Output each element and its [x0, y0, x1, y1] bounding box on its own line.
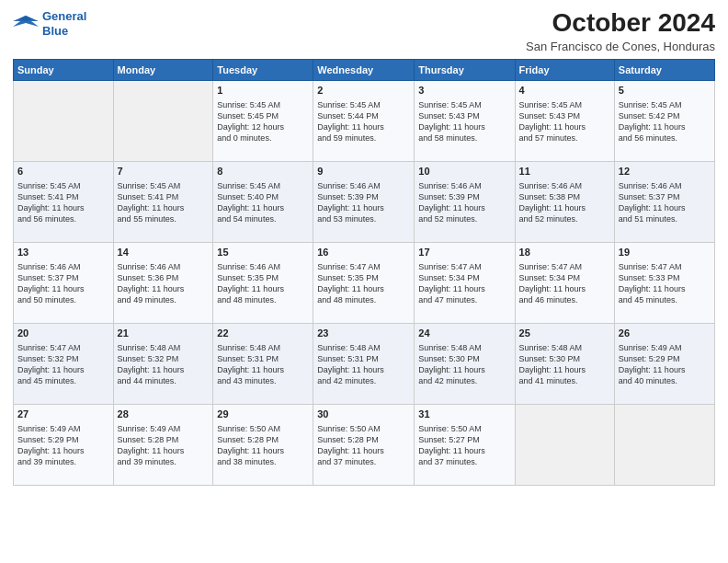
day-info: and 52 minutes. — [418, 213, 510, 224]
day-info: Daylight: 11 hours — [418, 364, 510, 375]
calendar-cell: 5Sunrise: 5:45 AMSunset: 5:42 PMDaylight… — [614, 80, 714, 161]
calendar-cell: 19Sunrise: 5:47 AMSunset: 5:33 PMDayligh… — [614, 242, 714, 323]
calendar-cell: 4Sunrise: 5:45 AMSunset: 5:43 PMDaylight… — [515, 80, 614, 161]
day-number: 31 — [418, 408, 510, 421]
calendar-cell — [614, 404, 714, 485]
day-info: Sunrise: 5:46 AM — [418, 180, 510, 191]
calendar-cell: 18Sunrise: 5:47 AMSunset: 5:34 PMDayligh… — [515, 242, 614, 323]
day-info: Sunset: 5:44 PM — [317, 110, 410, 121]
day-info: and 39 minutes. — [118, 456, 210, 467]
day-info: Sunrise: 5:50 AM — [217, 423, 309, 434]
day-info: Daylight: 11 hours — [418, 202, 510, 213]
day-info: Sunset: 5:43 PM — [418, 110, 510, 121]
calendar-header-row: SundayMondayTuesdayWednesdayThursdayFrid… — [14, 59, 715, 80]
day-number: 20 — [17, 327, 109, 340]
day-info: and 42 minutes. — [418, 375, 510, 386]
day-info: Sunset: 5:34 PM — [519, 272, 610, 283]
day-info: Daylight: 11 hours — [317, 445, 410, 456]
day-number: 4 — [519, 84, 610, 98]
day-info: Sunrise: 5:47 AM — [519, 261, 610, 272]
day-number: 3 — [418, 84, 510, 98]
logo-line1: General — [42, 9, 86, 23]
calendar-cell: 31Sunrise: 5:50 AMSunset: 5:27 PMDayligh… — [415, 404, 515, 485]
day-info: Daylight: 11 hours — [217, 202, 309, 213]
day-number: 28 — [118, 408, 210, 421]
calendar-cell: 7Sunrise: 5:45 AMSunset: 5:41 PMDaylight… — [113, 161, 213, 242]
day-info: Sunset: 5:34 PM — [418, 272, 510, 283]
day-info: Sunrise: 5:46 AM — [317, 180, 410, 191]
day-info: Sunrise: 5:48 AM — [519, 342, 610, 353]
day-number: 13 — [17, 246, 109, 259]
calendar-cell: 26Sunrise: 5:49 AMSunset: 5:29 PMDayligh… — [614, 323, 714, 404]
day-info: Sunset: 5:39 PM — [317, 191, 410, 202]
day-info: Sunrise: 5:45 AM — [619, 99, 711, 110]
day-number: 7 — [118, 165, 210, 178]
day-number: 15 — [217, 246, 309, 259]
day-of-week-header: Monday — [113, 59, 213, 80]
day-info: Sunrise: 5:49 AM — [17, 423, 109, 434]
day-info: Sunrise: 5:45 AM — [17, 180, 109, 191]
day-info: Daylight: 11 hours — [217, 283, 309, 294]
day-info: and 45 minutes. — [17, 375, 109, 386]
day-info: Sunrise: 5:46 AM — [619, 180, 711, 191]
day-number: 2 — [317, 84, 410, 98]
day-info: Daylight: 11 hours — [519, 202, 610, 213]
day-info: Sunset: 5:32 PM — [118, 353, 210, 364]
day-of-week-header: Friday — [515, 59, 614, 80]
day-info: and 58 minutes. — [418, 132, 510, 144]
day-info: Sunrise: 5:49 AM — [619, 342, 711, 353]
day-info: Daylight: 11 hours — [619, 283, 711, 294]
day-info: Daylight: 11 hours — [17, 364, 109, 375]
day-number: 22 — [217, 327, 309, 340]
day-info: Sunrise: 5:49 AM — [118, 423, 210, 434]
day-info: Daylight: 11 hours — [619, 364, 711, 375]
day-info: Daylight: 11 hours — [17, 445, 109, 456]
day-info: and 41 minutes. — [519, 375, 610, 386]
day-info: and 48 minutes. — [317, 294, 410, 305]
calendar-cell: 15Sunrise: 5:46 AMSunset: 5:35 PMDayligh… — [213, 242, 313, 323]
calendar-cell: 23Sunrise: 5:48 AMSunset: 5:31 PMDayligh… — [313, 323, 415, 404]
day-info: and 39 minutes. — [17, 456, 109, 467]
day-info: Sunset: 5:45 PM — [217, 110, 309, 121]
day-info: Daylight: 11 hours — [217, 364, 309, 375]
day-number: 17 — [418, 246, 510, 259]
calendar-cell: 13Sunrise: 5:46 AMSunset: 5:37 PMDayligh… — [14, 242, 114, 323]
day-info: Sunset: 5:28 PM — [317, 434, 410, 445]
day-number: 24 — [418, 327, 510, 340]
day-info: Sunset: 5:28 PM — [217, 434, 309, 445]
day-info: Sunrise: 5:48 AM — [217, 342, 309, 353]
calendar-cell: 25Sunrise: 5:48 AMSunset: 5:30 PMDayligh… — [515, 323, 614, 404]
logo: General Blue — [13, 9, 86, 38]
day-number: 8 — [217, 165, 309, 178]
day-info: Sunset: 5:29 PM — [619, 353, 711, 364]
calendar-week-row: 27Sunrise: 5:49 AMSunset: 5:29 PMDayligh… — [14, 404, 715, 485]
day-info: Daylight: 11 hours — [317, 364, 410, 375]
day-info: Daylight: 11 hours — [519, 364, 610, 375]
day-info: and 49 minutes. — [118, 294, 210, 305]
day-info: Daylight: 11 hours — [118, 364, 210, 375]
calendar-cell: 29Sunrise: 5:50 AMSunset: 5:28 PMDayligh… — [213, 404, 313, 485]
day-info: and 44 minutes. — [118, 375, 210, 386]
day-info: Sunrise: 5:47 AM — [619, 261, 711, 272]
day-info: Daylight: 11 hours — [519, 121, 610, 132]
day-of-week-header: Thursday — [415, 59, 515, 80]
calendar-cell: 24Sunrise: 5:48 AMSunset: 5:30 PMDayligh… — [415, 323, 515, 404]
day-info: Sunset: 5:31 PM — [217, 353, 309, 364]
day-info: and 57 minutes. — [519, 132, 610, 144]
day-number: 16 — [317, 246, 410, 259]
day-info: and 42 minutes. — [317, 375, 410, 386]
day-info: Daylight: 11 hours — [17, 202, 109, 213]
calendar-cell: 6Sunrise: 5:45 AMSunset: 5:41 PMDaylight… — [14, 161, 114, 242]
day-info: Daylight: 11 hours — [519, 283, 610, 294]
day-info: and 48 minutes. — [217, 294, 309, 305]
day-info: Sunrise: 5:48 AM — [118, 342, 210, 353]
day-info: and 52 minutes. — [519, 213, 610, 224]
day-info: and 53 minutes. — [317, 213, 410, 224]
day-info: and 56 minutes. — [619, 132, 711, 144]
day-info: Sunset: 5:30 PM — [519, 353, 610, 364]
day-info: Sunset: 5:31 PM — [317, 353, 410, 364]
day-number: 12 — [619, 165, 711, 178]
calendar-cell: 17Sunrise: 5:47 AMSunset: 5:34 PMDayligh… — [415, 242, 515, 323]
month-title: October 2024 — [526, 9, 715, 38]
day-info: Daylight: 11 hours — [217, 445, 309, 456]
